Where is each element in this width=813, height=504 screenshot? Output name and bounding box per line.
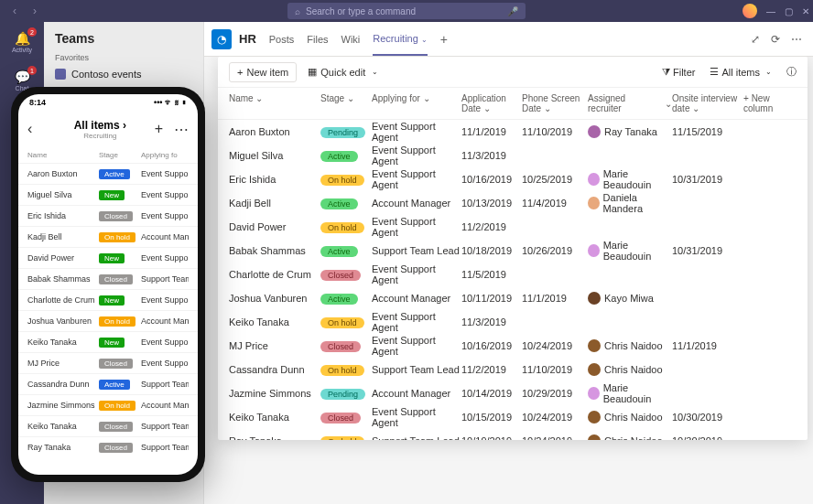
col-header-stage[interactable]: Stage ⌄ <box>320 93 372 113</box>
phone-list-item[interactable]: Miguel SilvaNewEvent Support A <box>18 184 198 205</box>
refresh-icon[interactable]: ⟳ <box>771 33 780 46</box>
table-row[interactable]: Kadji BellActiveAccount Manager10/13/201… <box>218 191 808 215</box>
command-search[interactable]: ⌕ Search or type a command 🎤 <box>287 3 526 19</box>
channel-title: HR <box>239 32 256 46</box>
tab-wiki[interactable]: Wiki <box>341 24 361 55</box>
table-row[interactable]: David PowerOn holdEvent Support Agent11/… <box>218 215 808 239</box>
search-icon: ⌕ <box>295 6 300 16</box>
favorites-label: Favorites <box>55 53 192 62</box>
more-icon[interactable]: ⋯ <box>791 33 802 46</box>
recruiter-avatar <box>588 363 601 376</box>
phone-list-item[interactable]: Kadji BellOn holdAccount Manag <box>18 226 198 247</box>
titlebar: ‹ › ⌕ Search or type a command 🎤 — ▢ ✕ <box>0 0 813 22</box>
new-item-button[interactable]: +New item <box>229 62 297 82</box>
recruiter-avatar <box>588 411 601 424</box>
phone-list-item[interactable]: Joshua VanburenOn holdAccount Manag <box>18 310 198 331</box>
table-row[interactable]: Jazmine SimmonsPendingAccount Manager10/… <box>218 381 808 405</box>
col-header-phone[interactable]: Phone Screen Date ⌄ <box>522 93 588 113</box>
table-row[interactable]: Aaron BuxtonPendingEvent Support Agent11… <box>218 120 808 144</box>
mobile-mockup: 8:14 ••• ᯤ ≋ ▮ ‹ All items › Recruiting … <box>11 87 205 482</box>
signal-icons: ••• ᯤ ≋ ▮ <box>154 98 187 107</box>
info-button[interactable]: ⓘ <box>786 65 797 79</box>
table-row[interactable]: Joshua VanburenActiveAccount Manager10/1… <box>218 286 808 310</box>
grid-icon: ▦ <box>308 66 317 78</box>
table-row[interactable]: Keiko TanakaOn holdEvent Support Agent11… <box>218 310 808 334</box>
table-row[interactable]: Eric IshidaOn holdEvent Support Agent10/… <box>218 167 808 191</box>
phone-column-headers: Name Stage Applying fo <box>18 147 198 163</box>
phone-list-item[interactable]: Babak ShammasClosedSupport Team L <box>18 268 198 289</box>
channel-tab-header: ◔ HR Posts Files Wiki Recruiting⌄ + ⤢ ⟳ … <box>204 22 813 57</box>
col-header-name[interactable]: Name ⌄ <box>229 93 320 113</box>
phone-back-button[interactable]: ‹ <box>27 121 46 137</box>
recruiter-avatar <box>588 125 601 138</box>
filter-button[interactable]: ⧩Filter <box>662 66 695 78</box>
add-tab-button[interactable]: + <box>440 32 448 47</box>
profile-avatar[interactable] <box>743 4 757 18</box>
filter-icon: ⧩ <box>662 66 670 78</box>
table-row[interactable]: Charlotte de CrumClosedEvent Support Age… <box>218 263 808 286</box>
phone-list-item[interactable]: Ray TanakaClosedSupport Team L <box>18 436 198 457</box>
tab-posts[interactable]: Posts <box>269 24 295 55</box>
view-selector[interactable]: ☰All items⌄ <box>710 66 772 78</box>
recruiter-avatar <box>588 339 601 352</box>
phone-list-item[interactable]: Keiko TanakaClosedSupport Team L <box>18 415 198 436</box>
recruiter-avatar <box>588 434 601 440</box>
search-placeholder: Search or type a command <box>306 6 416 16</box>
sharepoint-list: +New item ▦Quick edit⌄ ⧩Filter ☰All item… <box>218 57 808 440</box>
list-rows: Aaron BuxtonPendingEvent Support Agent11… <box>218 120 808 440</box>
table-row[interactable]: Ray TanakaOn holdSupport Team Lead10/19/… <box>218 429 808 440</box>
phone-view-title[interactable]: All items › <box>46 119 155 132</box>
phone-statusbar: 8:14 ••• ᯤ ≋ ▮ <box>18 94 198 111</box>
col-header-recruiter[interactable]: Assigned recruiter ⌄ <box>588 93 672 113</box>
recruiter-avatar <box>588 244 600 257</box>
col-header-applying[interactable]: Applying for ⌄ <box>372 93 461 113</box>
plus-icon: + <box>237 67 243 78</box>
phone-view-sub: Recruiting <box>46 132 155 140</box>
table-row[interactable]: Keiko TanakaClosedEvent Support Agent10/… <box>218 405 808 429</box>
phone-list-item[interactable]: Eric IshidaClosedEvent Support A <box>18 205 198 226</box>
nav-back[interactable]: ‹ <box>7 4 22 18</box>
activity-badge: 2 <box>27 27 37 37</box>
nav-forward[interactable]: › <box>27 4 42 18</box>
quick-edit-button[interactable]: ▦Quick edit⌄ <box>302 62 384 81</box>
phone-list-item[interactable]: Charlotte de CrumNewEvent Support A <box>18 289 198 310</box>
phone-list-item[interactable]: Jazmine SimmonsOn holdAccount Manag <box>18 394 198 415</box>
expand-icon[interactable]: ⤢ <box>751 33 760 46</box>
phone-list-rows: Aaron BuxtonActiveEvent Support AMiguel … <box>18 163 198 475</box>
phone-list-item[interactable]: David PowerNewEvent Support A <box>18 247 198 268</box>
recruiter-avatar <box>588 197 600 209</box>
table-row[interactable]: Cassandra DunnOn holdSupport Team Lead11… <box>218 358 808 381</box>
list-column-headers: Name ⌄ Stage ⌄ Applying for ⌄ Applicatio… <box>218 88 808 120</box>
col-header-onsite[interactable]: Onsite interview date ⌄ <box>672 93 743 113</box>
chevron-down-icon: ⌄ <box>421 36 428 44</box>
team-item-contoso[interactable]: Contoso events <box>55 66 192 82</box>
phone-list-item[interactable]: Cassandra DunnActiveSupport Team L <box>18 373 198 394</box>
table-row[interactable]: Babak ShammasActiveSupport Team Lead10/1… <box>218 239 808 263</box>
team-icon <box>55 69 66 80</box>
tab-recruiting[interactable]: Recruiting⌄ <box>373 23 428 56</box>
window-close[interactable]: ✕ <box>802 6 809 16</box>
phone-list-item[interactable]: MJ PriceClosedEvent Support A <box>18 352 198 373</box>
phone-add-button[interactable]: + <box>155 121 163 138</box>
chat-badge: 1 <box>27 66 37 75</box>
phone-more-button[interactable]: ⋯ <box>174 121 189 138</box>
teams-title: Teams <box>55 31 192 46</box>
hr-app-icon: ◔ <box>211 29 232 49</box>
window-minimize[interactable]: — <box>766 6 775 16</box>
table-row[interactable]: Miguel SilvaActiveEvent Support Agent11/… <box>218 144 808 167</box>
col-header-appdate[interactable]: Application Date ⌄ <box>461 93 522 113</box>
list-toolbar: +New item ▦Quick edit⌄ ⧩Filter ☰All item… <box>218 57 808 88</box>
add-column-button[interactable]: + New column <box>743 93 797 113</box>
recruiter-avatar <box>588 173 600 186</box>
recruiter-avatar <box>588 387 600 400</box>
list-icon: ☰ <box>710 66 719 78</box>
table-row[interactable]: MJ PriceClosedEvent Support Agent10/16/2… <box>218 334 808 358</box>
phone-list-item[interactable]: Keiko TanakaNewEvent Support A <box>18 331 198 352</box>
mic-icon[interactable]: 🎤 <box>507 6 518 16</box>
tab-files[interactable]: Files <box>307 24 328 55</box>
recruiter-avatar <box>588 292 601 305</box>
phone-list-item[interactable]: Aaron BuxtonActiveEvent Support A <box>18 163 198 184</box>
rail-activity[interactable]: 🔔 Activity 2 <box>7 27 37 57</box>
window-maximize[interactable]: ▢ <box>785 6 793 16</box>
